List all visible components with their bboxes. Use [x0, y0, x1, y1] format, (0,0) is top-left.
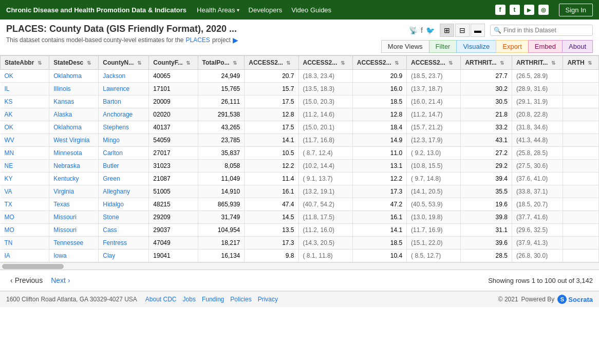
- county-name-cell[interactable]: Jackson: [99, 70, 149, 83]
- visualize-button[interactable]: Visualize: [456, 40, 496, 53]
- table-row: MOMissouriCass29037104,95413.5(11.2, 16.…: [1, 224, 599, 237]
- col-header-access2-1[interactable]: ACCESS2... ⇅: [245, 56, 298, 70]
- twitter-share-icon[interactable]: 🐦: [426, 26, 435, 34]
- scrollbar-thumb[interactable]: [2, 264, 64, 269]
- county-fips-cell: 17101: [149, 83, 198, 95]
- desc-text2: project: [212, 36, 231, 44]
- more-views-button[interactable]: More Views: [381, 40, 429, 53]
- access2-val2-cell: 13.1: [352, 160, 406, 173]
- state-abbr-cell[interactable]: MO: [1, 224, 49, 237]
- state-abbr-cell[interactable]: VA: [1, 185, 49, 198]
- twitter-icon[interactable]: t: [510, 5, 520, 15]
- state-desc-cell[interactable]: Iowa: [49, 250, 99, 262]
- state-abbr-cell[interactable]: OK: [1, 70, 49, 83]
- col-header-access2-2[interactable]: ACCESS2... ⇅: [298, 56, 352, 70]
- nav-developers[interactable]: Developers: [249, 6, 283, 14]
- facebook-icon[interactable]: f: [495, 5, 506, 15]
- instagram-icon[interactable]: ◎: [538, 5, 549, 15]
- col-header-totalpop[interactable]: TotalPo... ⇅: [198, 56, 245, 70]
- state-desc-cell[interactable]: Nebraska: [49, 160, 99, 173]
- footer-privacy[interactable]: Privacy: [258, 296, 278, 303]
- county-name-cell[interactable]: Hidalgo: [99, 198, 149, 211]
- grid-view-button[interactable]: ⊞: [440, 24, 454, 37]
- search-input[interactable]: [503, 27, 589, 34]
- state-abbr-cell[interactable]: OK: [1, 121, 49, 134]
- state-desc-cell[interactable]: Minnesota: [49, 147, 99, 160]
- chart-view-button[interactable]: ▬: [471, 24, 485, 37]
- state-abbr-cell[interactable]: KY: [1, 173, 49, 185]
- search-box[interactable]: 🔍: [490, 25, 593, 36]
- footer-jobs[interactable]: Jobs: [183, 296, 196, 303]
- state-abbr-cell[interactable]: KS: [1, 95, 49, 108]
- nav-health-areas[interactable]: Health Areas ▾: [197, 6, 239, 14]
- table-view-button[interactable]: ⊟: [455, 24, 470, 37]
- state-desc-cell[interactable]: Virginia: [49, 185, 99, 198]
- state-desc-cell[interactable]: Tennessee: [49, 237, 99, 250]
- col-header-access2-4[interactable]: ACCESS2... ⇅: [407, 56, 461, 70]
- county-name-cell[interactable]: Fentress: [99, 237, 149, 250]
- county-name-cell[interactable]: Green: [99, 173, 149, 185]
- horizontal-scrollbar[interactable]: [0, 263, 599, 270]
- col-header-stateabbr[interactable]: StateAbbr ⇅: [1, 56, 49, 70]
- state-desc-cell[interactable]: Kentucky: [49, 173, 99, 185]
- state-abbr-cell[interactable]: WV: [1, 134, 49, 147]
- table-row: TXTexasHidalgo48215865,93947.4(40.7, 54.…: [1, 198, 599, 211]
- social-icons-group: f t ▶ ◎: [495, 5, 549, 15]
- state-abbr-cell[interactable]: TN: [1, 237, 49, 250]
- previous-button[interactable]: ‹ Previous: [6, 274, 47, 286]
- sign-in-button[interactable]: Sign In: [559, 4, 593, 16]
- county-name-cell[interactable]: Lawrence: [99, 83, 149, 95]
- table-header-row: StateAbbr ⇅ StateDesc ⇅ CountyN... ⇅ Cou…: [1, 56, 599, 70]
- col-header-countyname[interactable]: CountyN... ⇅: [99, 56, 149, 70]
- county-name-cell[interactable]: Butler: [99, 160, 149, 173]
- state-abbr-cell[interactable]: TX: [1, 198, 49, 211]
- county-name-cell[interactable]: Mingo: [99, 134, 149, 147]
- state-desc-cell[interactable]: Alaska: [49, 108, 99, 121]
- state-abbr-cell[interactable]: MN: [1, 147, 49, 160]
- about-button[interactable]: About: [562, 40, 593, 53]
- county-name-cell[interactable]: Cass: [99, 224, 149, 237]
- export-button[interactable]: Export: [496, 40, 529, 53]
- state-abbr-cell[interactable]: MO: [1, 211, 49, 224]
- county-name-cell[interactable]: Clay: [99, 250, 149, 262]
- county-name-cell[interactable]: Alleghany: [99, 185, 149, 198]
- footer-about-cdc[interactable]: About CDC: [145, 296, 177, 303]
- state-desc-cell[interactable]: Missouri: [49, 224, 99, 237]
- footer-funding[interactable]: Funding: [202, 296, 224, 303]
- state-desc-cell[interactable]: Illinois: [49, 83, 99, 95]
- filter-button[interactable]: Filter: [429, 40, 457, 53]
- embed-button[interactable]: Embed: [528, 40, 563, 53]
- county-name-cell[interactable]: Barton: [99, 95, 149, 108]
- nav-video-guides[interactable]: Video Guides: [291, 6, 331, 14]
- state-desc-cell[interactable]: Oklahoma: [49, 121, 99, 134]
- state-abbr-cell[interactable]: NE: [1, 160, 49, 173]
- access2-ci2-cell: ( 8.5, 12.7): [407, 250, 461, 262]
- places-link[interactable]: PLACES: [186, 36, 210, 44]
- rss-icon[interactable]: 📡: [409, 26, 418, 34]
- col-header-countyfips[interactable]: CountyF... ⇅: [149, 56, 198, 70]
- state-abbr-cell[interactable]: IA: [1, 250, 49, 262]
- state-desc-cell[interactable]: Kansas: [49, 95, 99, 108]
- county-name-cell[interactable]: Stone: [99, 211, 149, 224]
- col-header-arthrit-2[interactable]: ARTHRIT... ⇅: [512, 56, 563, 70]
- state-abbr-cell[interactable]: IL: [1, 83, 49, 95]
- col-header-arthrit-1[interactable]: ARTHRIT... ⇅: [461, 56, 512, 70]
- socrata-logo[interactable]: S Socrata: [557, 295, 593, 304]
- col-header-arth[interactable]: ARTH ⇅: [563, 56, 599, 70]
- state-desc-cell[interactable]: West Virginia: [49, 134, 99, 147]
- arth-cell: [563, 147, 599, 160]
- col-header-access2-3[interactable]: ACCESS2... ⇅: [352, 56, 406, 70]
- youtube-icon[interactable]: ▶: [524, 5, 534, 15]
- expand-icon[interactable]: ▶: [233, 36, 238, 44]
- county-name-cell[interactable]: Stephens: [99, 121, 149, 134]
- facebook-share-icon[interactable]: f: [421, 26, 423, 34]
- county-name-cell[interactable]: Anchorage: [99, 108, 149, 121]
- state-abbr-cell[interactable]: AK: [1, 108, 49, 121]
- state-desc-cell[interactable]: Missouri: [49, 211, 99, 224]
- next-button[interactable]: Next ›: [47, 274, 74, 286]
- footer-policies[interactable]: Policies: [230, 296, 251, 303]
- col-header-statedesc[interactable]: StateDesc ⇅: [49, 56, 99, 70]
- state-desc-cell[interactable]: Oklahoma: [49, 70, 99, 83]
- county-name-cell[interactable]: Carlton: [99, 147, 149, 160]
- state-desc-cell[interactable]: Texas: [49, 198, 99, 211]
